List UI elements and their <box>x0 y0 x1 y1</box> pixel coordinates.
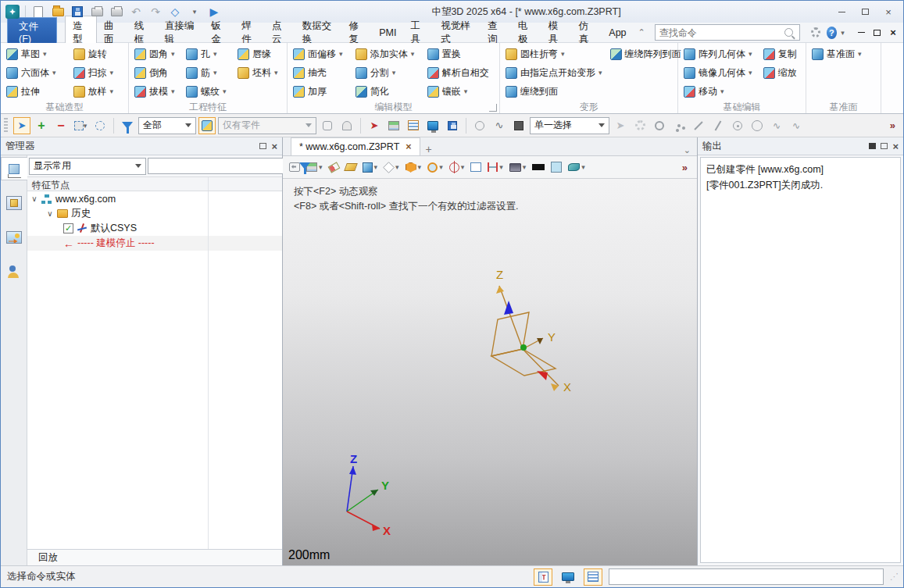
entity-filter-icon[interactable] <box>119 117 136 134</box>
face-color-swatch[interactable] <box>549 158 563 176</box>
help-icon[interactable]: ? <box>827 27 837 39</box>
tab-pmi[interactable]: PMI <box>372 24 403 41</box>
playback-bar[interactable]: 回放 <box>27 549 282 565</box>
tab-history-manager[interactable] <box>1 157 27 180</box>
tab-close-icon[interactable]: × <box>406 141 411 152</box>
tree-row-default-csys[interactable]: ✓ 默认CSYS <box>27 221 282 236</box>
part-only-dropdown[interactable]: 仅有零件 <box>218 117 316 134</box>
display-filter-dropdown[interactable]: 显示常用 <box>29 158 146 175</box>
resize-grip[interactable]: ⋰ <box>890 572 897 582</box>
shell-button[interactable]: 抽壳 <box>291 66 350 80</box>
output-close-button[interactable]: × <box>892 141 899 151</box>
hole-button[interactable]: 孔▾ <box>184 48 232 61</box>
settings-save-icon[interactable] <box>444 117 461 134</box>
output-pin-button[interactable] <box>869 143 876 149</box>
lasso-select-icon[interactable] <box>91 117 109 134</box>
add-solid-button[interactable]: 添加实体▾ <box>353 48 422 61</box>
ribbon-collapse-icon[interactable]: ⌃ <box>634 27 650 37</box>
output-log[interactable]: 已创建零件 [www.x6g.com] [零件001.Z3PRT]关闭成功. <box>700 157 901 563</box>
mirror-geometry-button[interactable]: 镜像几何体▾ <box>681 66 758 80</box>
edge-color-swatch[interactable] <box>531 158 546 176</box>
wrap-array-to-face-button[interactable]: 缠绕阵列到面 <box>608 48 684 61</box>
graphics-canvas[interactable]: 按下<F2> 动态观察 <F8> 或者<Shift-roll> 查找下一个有效的… <box>283 179 697 565</box>
settings-gear-icon[interactable] <box>811 27 820 37</box>
display-mode-icon[interactable]: ▾ <box>508 158 528 176</box>
feature-search-input[interactable] <box>148 158 294 174</box>
web-resource-icon[interactable] <box>424 117 441 134</box>
part-filter-icon[interactable] <box>198 117 216 134</box>
filter-scope-dropdown[interactable]: 全部 <box>138 117 196 134</box>
tab-list-icon[interactable]: ⌄ <box>677 145 697 155</box>
status-input[interactable] <box>609 568 884 585</box>
pick-mode-icon[interactable]: ➤ <box>13 117 30 134</box>
inlay-button[interactable]: 镶嵌▾ <box>425 85 496 98</box>
constraint-icon[interactable]: ▾ <box>486 158 505 176</box>
doc-restore-button[interactable] <box>870 26 884 40</box>
layer-manager-icon[interactable] <box>385 117 402 134</box>
pattern-geometry-button[interactable]: 阵列几何体▾ <box>681 48 758 61</box>
window-view-icon[interactable] <box>469 158 483 176</box>
thicken-button[interactable]: 加厚 <box>291 85 350 98</box>
save-icon[interactable] <box>70 5 84 19</box>
section-view-icon[interactable]: ▾ <box>404 158 423 176</box>
resolve-self-intersect-button[interactable]: 解析自相交 <box>425 66 496 80</box>
wireframe-display-icon[interactable]: ▾ <box>382 158 401 176</box>
view-triad[interactable]: Z Y X <box>327 452 405 542</box>
revolve-button[interactable]: 旋转 <box>71 48 126 61</box>
chamfer-button[interactable]: 倒角 <box>132 66 180 80</box>
loft-button[interactable]: 放样▾ <box>71 85 126 98</box>
tab-visual-manager[interactable] <box>2 226 26 249</box>
help-dropdown-icon[interactable]: ▾ <box>837 26 849 40</box>
command-search-input[interactable] <box>656 27 784 38</box>
window-select-icon[interactable]: ▾ <box>72 117 89 134</box>
sketch-button[interactable]: 草图▾ <box>4 48 68 61</box>
tree-row-rollback-marker[interactable]: ← ----- 建模停止 ----- <box>27 236 282 251</box>
stock-button[interactable]: 坯料▾ <box>235 66 284 80</box>
pick-last-icon[interactable]: ➤ <box>366 117 383 134</box>
split-button[interactable]: 分割▾ <box>353 66 422 80</box>
face-offset-button[interactable]: 面偏移▾ <box>291 48 350 61</box>
erase-icon[interactable] <box>327 158 341 176</box>
expand-icon[interactable]: ∨ <box>46 209 54 218</box>
replace-button[interactable]: 置换 <box>425 48 496 61</box>
target-box-icon[interactable] <box>510 117 527 134</box>
wrap-to-face-button[interactable]: 缠绕到面 <box>503 85 605 98</box>
tree-row-part[interactable]: ∨ www.x6g.com <box>27 191 282 206</box>
tab-role-manager[interactable] <box>2 260 26 283</box>
output-float-button[interactable] <box>881 143 888 149</box>
default-csys-graphic[interactable]: Z Y X <box>462 257 602 405</box>
window-minimize-button[interactable] <box>831 5 852 19</box>
selection-mode-dropdown[interactable]: 单一选择 <box>530 117 609 134</box>
group-expander-icon[interactable] <box>489 104 497 112</box>
toolbar-toggle-icon[interactable] <box>534 568 552 586</box>
close-part-icon[interactable] <box>405 117 422 134</box>
toolbar-overflow-icon[interactable]: » <box>885 119 900 131</box>
expand-icon[interactable]: ∨ <box>30 194 38 203</box>
lip-button[interactable]: 唇缘 <box>235 48 284 61</box>
add-selection-icon[interactable]: + <box>33 117 50 134</box>
tree-row-history[interactable]: ∨ 历史 <box>27 206 282 221</box>
scale-button[interactable]: 缩放 <box>761 66 802 80</box>
sweep-button[interactable]: 扫掠▾ <box>71 66 126 80</box>
box-button[interactable]: 六面体▾ <box>4 66 68 80</box>
window-restore-button[interactable] <box>855 5 875 19</box>
zoom-icon[interactable]: ▾ <box>426 158 445 176</box>
fullscreen-icon[interactable] <box>559 568 577 586</box>
tab-app[interactable]: App <box>602 24 633 41</box>
simplify-button[interactable]: 简化 <box>353 85 422 98</box>
rib-button[interactable]: 筋▾ <box>184 66 232 80</box>
surface-style-icon[interactable]: ▾ <box>566 158 587 176</box>
prompt-panel-icon[interactable] <box>584 568 602 586</box>
extrude-button[interactable]: 拉伸 <box>4 85 68 98</box>
move-button[interactable]: 移动▾ <box>681 85 758 98</box>
visibility-checkbox[interactable]: ✓ <box>63 223 73 233</box>
orient-view-icon[interactable]: ▾ <box>448 158 466 176</box>
show-datum-icon[interactable] <box>344 158 358 176</box>
deform-from-point-button[interactable]: 由指定点开始变形▾ <box>503 66 605 80</box>
new-tab-button[interactable]: + <box>420 143 438 155</box>
draft-button[interactable]: 拔模▾ <box>132 85 180 98</box>
exit-env-icon[interactable] <box>288 158 302 176</box>
window-close-button[interactable]: × <box>878 5 899 19</box>
fillet-button[interactable]: 圆角▾ <box>132 48 180 61</box>
viewport-toolbar-overflow-icon[interactable]: » <box>677 162 692 173</box>
